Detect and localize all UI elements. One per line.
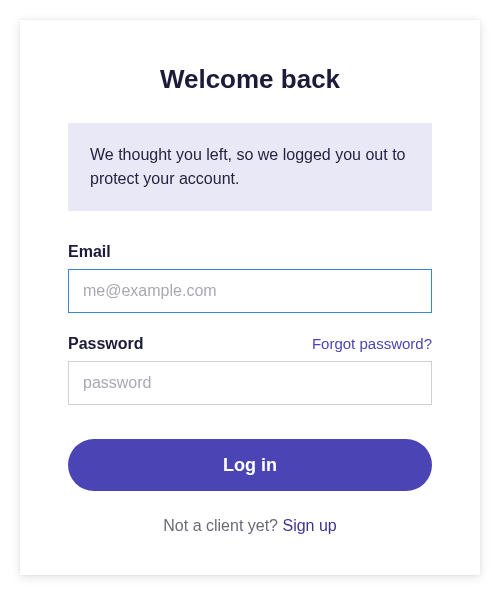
- page-title: Welcome back: [68, 64, 432, 95]
- logout-notice: We thought you left, so we logged you ou…: [68, 123, 432, 211]
- signup-link[interactable]: Sign up: [282, 517, 336, 534]
- forgot-password-link[interactable]: Forgot password?: [312, 335, 432, 352]
- email-input[interactable]: [68, 269, 432, 313]
- password-field-group: Password Forgot password?: [68, 335, 432, 405]
- signup-prompt: Not a client yet? Sign up: [68, 517, 432, 535]
- email-label: Email: [68, 243, 111, 261]
- password-label: Password: [68, 335, 144, 353]
- signup-prompt-text: Not a client yet?: [163, 517, 282, 534]
- login-button[interactable]: Log in: [68, 439, 432, 491]
- password-input[interactable]: [68, 361, 432, 405]
- login-card: Welcome back We thought you left, so we …: [20, 20, 480, 575]
- email-field-group: Email: [68, 243, 432, 313]
